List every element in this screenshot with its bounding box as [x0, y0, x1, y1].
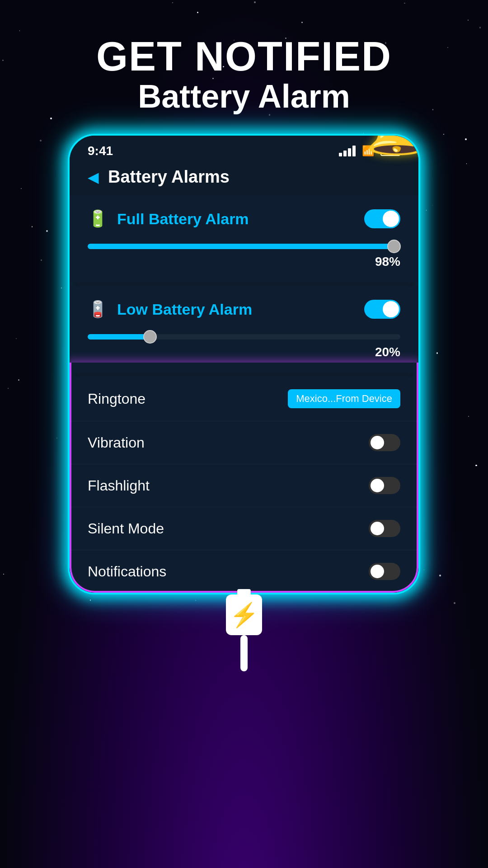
notifications-toggle-knob: [371, 565, 384, 578]
vibration-toggle-knob: [371, 436, 384, 449]
settings-label-flashlight: Flashlight: [88, 477, 150, 494]
bolt-icon: ⚡: [230, 601, 259, 629]
settings-row-flashlight: Flashlight: [70, 464, 418, 507]
full-battery-card: 🔋 Full Battery Alarm 98%: [70, 196, 418, 283]
full-battery-slider-track: [88, 244, 400, 249]
bell-icon: 🔔: [366, 134, 420, 156]
settings-label-ringtone: Ringtone: [88, 391, 145, 407]
settings-row-notifications: Notifications: [70, 550, 418, 593]
nav-title: Battery Alarms: [108, 167, 230, 187]
settings-row-silent-mode: Silent Mode: [70, 507, 418, 550]
back-icon[interactable]: ◀: [88, 169, 99, 186]
bell-decoration: 🔔: [366, 134, 420, 158]
low-battery-slider-track: [88, 334, 400, 340]
header-line2: Battery Alarm: [0, 77, 488, 116]
low-battery-toggle-knob: [383, 301, 399, 317]
full-battery-label: Full Battery Alarm: [117, 210, 249, 228]
vibration-toggle[interactable]: [369, 434, 400, 451]
signal-icon: [339, 146, 356, 156]
nav-bar: ◀ Battery Alarms: [70, 163, 418, 196]
full-battery-toggle-knob: [383, 211, 399, 227]
low-battery-card: 🪫 Low Battery Alarm 20%: [70, 286, 418, 373]
notifications-toggle[interactable]: [369, 563, 400, 580]
full-battery-slider-fill: [88, 244, 394, 249]
low-battery-label-wrap: 🪫 Low Battery Alarm: [88, 300, 252, 319]
low-battery-slider[interactable]: [88, 332, 400, 341]
charging-cable-wrap: ⚡: [0, 594, 488, 671]
settings-label-silent-mode: Silent Mode: [88, 520, 164, 537]
status-time: 9:41: [88, 144, 113, 158]
silent-mode-toggle-knob: [371, 522, 384, 535]
low-battery-label: Low Battery Alarm: [117, 301, 252, 318]
header-section: GET NOTIFIED Battery Alarm: [0, 0, 488, 134]
cable-line: [240, 635, 248, 671]
full-battery-label-wrap: 🔋 Full Battery Alarm: [88, 209, 249, 228]
phone-mockup: 🔔 9:41 📶 ◀ Battery Alarms: [68, 134, 420, 594]
low-battery-slider-fill: [88, 334, 150, 340]
settings-list: Ringtone Mexico...From Device Vibration …: [70, 377, 418, 593]
low-battery-icon: 🪫: [88, 300, 108, 319]
full-battery-icon: 🔋: [88, 209, 108, 228]
settings-row-ringtone: Ringtone Mexico...From Device: [70, 377, 418, 421]
low-battery-header-row: 🪫 Low Battery Alarm: [88, 300, 400, 319]
full-battery-value: 98%: [88, 255, 400, 269]
flashlight-toggle[interactable]: [369, 477, 400, 494]
phone-screen: 🔔 9:41 📶 ◀ Battery Alarms: [68, 134, 420, 594]
charging-cable: ⚡: [226, 594, 262, 671]
full-battery-header-row: 🔋 Full Battery Alarm: [88, 209, 400, 228]
header-line1: GET NOTIFIED: [0, 36, 488, 77]
flashlight-toggle-knob: [371, 479, 384, 492]
settings-row-vibration: Vibration: [70, 421, 418, 464]
low-battery-slider-thumb: [143, 330, 157, 344]
ringtone-badge[interactable]: Mexico...From Device: [288, 389, 400, 408]
settings-label-vibration: Vibration: [88, 434, 145, 451]
low-battery-toggle[interactable]: [364, 300, 400, 319]
low-battery-value: 20%: [88, 345, 400, 359]
full-battery-toggle[interactable]: [364, 209, 400, 228]
charging-plug: ⚡: [226, 594, 262, 635]
settings-label-notifications: Notifications: [88, 563, 166, 580]
full-battery-slider[interactable]: [88, 242, 400, 251]
full-battery-slider-thumb: [387, 240, 401, 253]
silent-mode-toggle[interactable]: [369, 520, 400, 537]
